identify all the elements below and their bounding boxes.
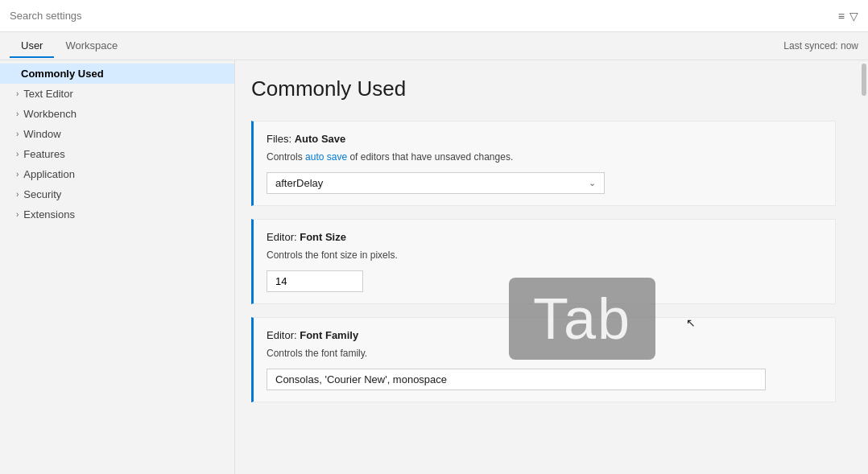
search-input[interactable] xyxy=(10,10,832,22)
tab-overlay-text: Tab xyxy=(533,286,631,352)
setting-label-prefix: Editor: xyxy=(267,329,300,341)
scrollbar-thumb[interactable] xyxy=(862,64,866,96)
chevron-right-icon: › xyxy=(16,210,19,219)
chevron-right-icon: › xyxy=(16,150,19,159)
setting-label-auto-save: Files: Auto Save xyxy=(267,133,822,145)
dropdown-value: afterDelay xyxy=(275,177,323,189)
tab-key-overlay: Tab xyxy=(509,278,655,360)
sidebar: Commonly Used › Text Editor › Workbench … xyxy=(0,60,235,474)
sidebar-item-application[interactable]: › Application xyxy=(0,164,234,184)
sidebar-item-label: Window xyxy=(23,128,60,140)
tabs-left: User Workspace xyxy=(10,35,129,58)
last-synced: Last synced: now xyxy=(783,40,858,52)
chevron-right-icon: › xyxy=(16,109,19,118)
setting-label-prefix: Files: xyxy=(267,133,295,145)
search-bar: ≡ ▽ xyxy=(0,0,868,32)
sidebar-item-commonly-used[interactable]: Commonly Used xyxy=(0,64,234,84)
content-area: Commonly Used Files: Auto Save Controls … xyxy=(235,60,868,474)
section-title: Commonly Used xyxy=(251,76,836,101)
desc-after: of editors that have unsaved changes. xyxy=(347,151,513,163)
setting-label-prefix: Editor: xyxy=(267,231,300,243)
clear-search-icon[interactable]: ≡ xyxy=(838,10,845,23)
setting-desc-auto-save: Controls auto save of editors that have … xyxy=(267,150,822,164)
sidebar-item-label: Commonly Used xyxy=(21,68,104,80)
sidebar-item-workbench[interactable]: › Workbench xyxy=(0,104,234,124)
chevron-down-icon: ⌄ xyxy=(589,178,596,188)
main-layout: Commonly Used › Text Editor › Workbench … xyxy=(0,60,868,474)
font-size-input[interactable] xyxy=(267,270,363,292)
filter-icon[interactable]: ▽ xyxy=(849,10,858,23)
setting-label-bold: Font Family xyxy=(300,329,358,341)
sidebar-item-label: Features xyxy=(23,148,64,160)
tab-user[interactable]: User xyxy=(10,35,54,58)
sidebar-item-window[interactable]: › Window xyxy=(0,124,234,144)
setting-block-auto-save: Files: Auto Save Controls auto save of e… xyxy=(251,121,836,206)
auto-save-dropdown[interactable]: afterDelay ⌄ xyxy=(267,172,605,194)
sidebar-item-security[interactable]: › Security xyxy=(0,184,234,204)
search-icons: ≡ ▽ xyxy=(838,10,858,23)
sidebar-item-label: Workbench xyxy=(23,108,76,120)
chevron-right-icon: › xyxy=(16,89,19,98)
sidebar-item-label: Security xyxy=(23,188,61,200)
sidebar-item-text-editor[interactable]: › Text Editor xyxy=(0,84,234,104)
setting-desc-font-size: Controls the font size in pixels. xyxy=(267,248,822,262)
tab-workspace[interactable]: Workspace xyxy=(54,35,129,58)
scrollbar-track[interactable] xyxy=(860,60,868,474)
sidebar-item-label: Extensions xyxy=(23,208,75,221)
tabs-bar: User Workspace Last synced: now xyxy=(0,32,868,60)
font-family-input[interactable] xyxy=(267,369,766,390)
chevron-right-icon: › xyxy=(16,170,19,179)
setting-label-bold: Auto Save xyxy=(295,133,346,145)
sidebar-item-features[interactable]: › Features xyxy=(0,144,234,164)
sidebar-item-label: Text Editor xyxy=(23,88,72,100)
desc-before: Controls xyxy=(267,151,305,163)
setting-label-font-size: Editor: Font Size xyxy=(267,231,822,243)
chevron-right-icon: › xyxy=(16,130,19,138)
setting-label-bold: Font Size xyxy=(300,231,346,243)
auto-save-link[interactable]: auto save xyxy=(305,151,347,163)
sidebar-item-label: Application xyxy=(23,168,75,180)
content-inner: Commonly Used Files: Auto Save Controls … xyxy=(235,60,868,431)
sidebar-item-extensions[interactable]: › Extensions xyxy=(0,204,234,225)
chevron-right-icon: › xyxy=(16,190,19,199)
